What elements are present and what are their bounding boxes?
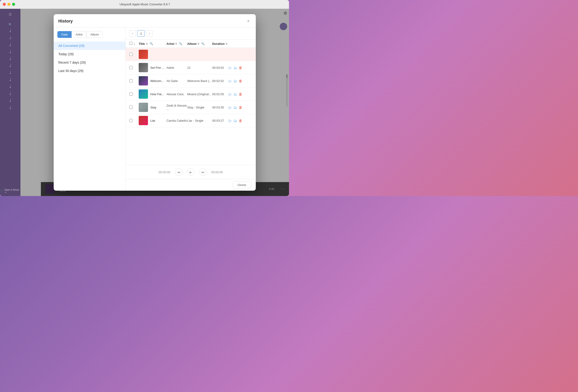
row-5-thumb [139,116,148,125]
table-row: Liar Camila Cabello Liar - Single 00:03:… [126,114,256,127]
row-5-title-text: Liar [150,119,155,122]
row-5-folder-button[interactable]: 🗂 [234,119,237,123]
dialog-footer: Delete [126,179,256,191]
title-label: Title [139,42,145,45]
artist-search-icon[interactable]: 🔍 [179,42,182,45]
duration-label: Duration [212,42,224,45]
tab-artist[interactable]: Artist [72,31,86,38]
select-all-checkbox[interactable] [129,42,132,45]
tab-album[interactable]: Album [86,31,103,38]
album-sort-icon[interactable]: ⇅ [197,43,199,45]
row-3-delete-button[interactable]: 🗑 [239,92,242,96]
row-3-thumb [139,89,148,99]
app-body: ⌂ 🔍 ♩ ♩ ♩ ♩ ♩ ♩ ♩ ♩ ♩ ♩ ♩ ♩ 🎵 Open in Mu… [0,9,289,196]
title-search-icon[interactable]: 🔍 [150,42,153,45]
row-2-checkbox [129,79,139,83]
row-2-delete-button[interactable]: 🗑 [239,79,242,83]
table-row: Welcom... Ali Gatie Welcome Back (... 00… [126,74,256,87]
sidebar-search-icon[interactable]: 🔍 [9,23,12,26]
music-note-4: ♩ [9,49,11,54]
home-icon[interactable]: ⌂ [9,11,12,16]
dialog-close-button[interactable]: × [245,18,251,24]
row-3-album: Moana (Original... [187,92,212,96]
player-play-button[interactable]: ▶ [187,168,194,176]
row-4-select[interactable] [129,106,133,109]
row-1-delete-button[interactable]: 🗑 [239,66,242,70]
filter-today[interactable]: Today (29) [54,50,125,58]
row-2-duration: 00:02:52 [212,79,229,83]
music-note-6: ♩ [9,63,11,68]
table-header: ▾ Title ⇅ 🔍 Artist ⇅ 🔍 [126,40,256,48]
duration-sort-icon[interactable]: ⇅ [226,43,227,45]
album-label: Album [187,42,196,45]
player-prev-button[interactable]: ⏮ [175,168,182,176]
row-1-checkbox [129,66,139,69]
row-4-delete-button[interactable]: 🗑 [239,105,242,109]
row-5-checkbox [129,119,139,122]
table-row: Set Fire ... Adele 21 00:04:02 ▷ 🗂 🗑 [126,61,256,74]
filter-all-converted[interactable]: All Converted (29) [54,42,125,50]
row-1-select[interactable] [129,66,133,69]
row-5-delete-button[interactable]: 🗑 [239,119,242,123]
dialog-player: 00:00:00 ⏮ ▶ ⏭ 00:00:00 [126,165,256,179]
row-5-select[interactable] [129,119,133,122]
date-filters: All Converted (29) Today (29) Recent 7 d… [54,42,125,75]
row-1-folder-button[interactable]: 🗂 [234,66,237,70]
row-0-album-thumb [139,50,148,59]
music-note-2: ♩ [9,35,11,40]
open-in-music-link[interactable]: 🎵 Open in Music ↗ [0,189,20,194]
header-duration: Duration ⇅ [212,42,229,45]
row-4-checkbox [129,106,139,109]
artist-sort-icon[interactable]: ⇅ [175,43,177,45]
player-end-time: 00:00:00 [211,171,223,174]
tab-date[interactable]: Date [57,31,72,38]
maximize-button[interactable] [12,3,15,6]
filter-last-30-days[interactable]: Last 30 days (29) [54,67,125,75]
row-3-artist: Alessia Cara [166,92,187,96]
row-3-folder-button[interactable]: 🗂 [234,92,237,96]
row-2-play-button[interactable]: ▷ [229,79,232,83]
row-1-album: 21 [187,66,212,69]
row-5-play-button[interactable]: ▷ [229,118,232,123]
filter-tabs: Date Artist Album [54,31,125,38]
music-note-11: ♩ [9,98,11,103]
prev-page-button[interactable]: ‹ [129,30,136,37]
album-search-icon[interactable]: 🔍 [201,42,205,45]
row-2-artist: Ali Gatie [166,79,187,83]
music-note-3: ♩ [9,42,11,47]
row-2-folder-button[interactable]: 🗂 [234,79,237,83]
player-next-button[interactable]: ⏭ [199,168,206,176]
row-4-play-button[interactable]: ▷ [229,105,232,110]
music-note-10: ♩ [9,91,11,96]
row-3-title: How Far... [139,89,166,99]
row-4-title: Stay [139,103,166,112]
row-3-duration: 00:02:55 [212,92,229,96]
music-icon: 🎵 [0,189,3,193]
row-2-title: Welcom... [139,76,166,86]
app-window: Ukeysoft Apple Music Converter 8.6.7 ⌂ 🔍… [0,0,289,196]
row-1-actions: ▷ 🗂 🗑 [229,65,252,70]
delete-button[interactable]: Delete [233,182,251,188]
minimize-button[interactable] [7,3,10,6]
row-4-duration: 00:03:30 [212,106,229,109]
row-0-select[interactable] [129,53,133,56]
music-note-12: ♩ [9,105,11,110]
row-3-select[interactable] [129,92,133,96]
row-1-play-button[interactable]: ▷ [229,65,232,70]
music-note-1: ♩ [9,28,11,33]
traffic-lights [3,3,15,6]
title-sort-icon[interactable]: ⇅ [146,43,148,45]
row-2-select[interactable] [129,79,133,83]
filter-recent-7-days[interactable]: Recent 7 days (29) [54,58,125,67]
row-0-title [139,50,166,59]
next-page-button[interactable]: › [146,30,153,37]
row-3-play-button[interactable]: ▷ [229,92,232,96]
row-4-folder-button[interactable]: 🗂 [234,105,237,109]
music-note-7: ♩ [9,70,11,75]
artist-label: Artist [166,42,174,45]
table-row: How Far... Alessia Cara Moana (Original.… [126,87,256,101]
close-button[interactable] [3,3,6,6]
row-1-duration: 00:04:02 [212,66,229,69]
row-3-actions: ▷ 🗂 🗑 [229,92,252,96]
row-5-title: Liar [139,116,166,125]
